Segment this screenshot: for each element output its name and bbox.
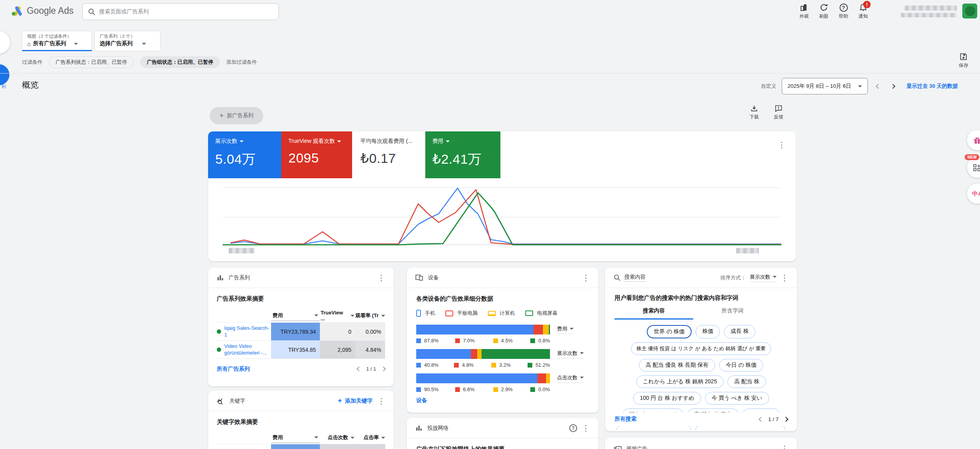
page-prev-button[interactable]: [759, 417, 764, 422]
date-next-button[interactable]: [890, 84, 895, 89]
search-term-chip[interactable]: 今 買う べき 株 安い: [705, 392, 769, 405]
date-prev-button[interactable]: [876, 84, 881, 89]
video-ads-card-menu-button[interactable]: ⋮: [781, 445, 788, 449]
performance-line-chart[interactable]: [223, 182, 781, 261]
page-next-button[interactable]: [381, 366, 386, 371]
search-term-chip[interactable]: 世界 の 株価: [647, 325, 692, 338]
campaign-link[interactable]: Iqaig Sales-Search-1: [224, 325, 271, 338]
download-button[interactable]: 下载: [749, 105, 759, 120]
legend-swatch: [455, 338, 460, 343]
column-header-cost[interactable]: 费用: [271, 312, 320, 321]
pct-tablet: 6.6%: [455, 386, 493, 392]
column-header-view-rate[interactable]: 观看率 (Tru...: [355, 312, 385, 321]
help-button[interactable]: ? 帮助: [839, 4, 848, 20]
search-term-chip[interactable]: 高 配当 優良 株 長期 保有: [639, 359, 715, 371]
promo-gift-button[interactable]: [967, 130, 980, 150]
notifications-button[interactable]: ! 通知: [858, 3, 868, 20]
search-term-chip[interactable]: 100 円 台 株 おすすめ: [633, 392, 701, 405]
column-header-clicks[interactable]: 点击次数: [320, 434, 355, 443]
help-icon[interactable]: ?: [569, 424, 577, 432]
appearance-button[interactable]: 外观: [799, 3, 809, 20]
search-term-chip[interactable]: 高 配当 株: [727, 375, 766, 388]
chart-card-menu-button[interactable]: ⋮: [778, 141, 786, 149]
legend-item-tv: 电视屏幕: [525, 310, 557, 317]
scorecard-trueview-views[interactable]: TrueView 观看次数 2095: [281, 131, 352, 178]
stacked-bar-impressions: [416, 349, 550, 359]
apps-new-feature-button[interactable]: [967, 157, 980, 178]
tab-contained-words[interactable]: 所含字词: [693, 307, 772, 320]
pct-tablet: 4.8%: [454, 362, 491, 368]
cost-cell: TRY14,428.73: [271, 444, 320, 449]
scorecard-impressions-label: 展示次数: [215, 138, 237, 145]
search-icon: [614, 274, 620, 281]
add-filter-button[interactable]: 添加过滤条件: [226, 59, 257, 66]
bar-segment-mobile: [416, 349, 471, 359]
nav-expand-button[interactable]: [0, 31, 10, 54]
bar-metric-dropdown[interactable]: 点击次数: [557, 374, 584, 383]
help-icon: ?: [840, 4, 848, 12]
refresh-button[interactable]: 刷新: [819, 3, 829, 20]
all-campaigns-link[interactable]: 所有广告系列: [217, 366, 250, 373]
view-selector[interactable]: 视图（2 个过滤条件） ⌂ 所有广告系列: [22, 31, 92, 51]
bar-segment-tablet: [533, 325, 543, 334]
devices-footer-link[interactable]: 设备: [416, 397, 589, 404]
scorecard-cost[interactable]: 费用 ₺2.41万: [425, 131, 500, 178]
refresh-icon: [819, 3, 828, 12]
search-term-chip[interactable]: 成長 株: [724, 325, 755, 338]
search-term-chip[interactable]: 今日 の 株価: [719, 359, 763, 371]
device-bar-group-clicks: 点击次数 90.5% 6.6% 2.9% 0.0%: [416, 373, 589, 392]
save-icon: [959, 52, 968, 61]
campaigns-card-menu-button[interactable]: ⋮: [377, 274, 385, 282]
networks-card-menu-button[interactable]: ⋮: [582, 424, 590, 432]
nav-active-item-circle[interactable]: [0, 64, 9, 85]
campaigns-card-footer: 所有广告系列 1 / 1: [217, 358, 385, 379]
bar-segment-mobile: [416, 325, 533, 334]
avatar[interactable]: [962, 4, 977, 18]
keywords-card: 关键字 + 添加关键字 ⋮ 关键字效果摘要 费用 点击次数 点击率 株式投資: [208, 391, 394, 449]
campaign-selector[interactable]: 广告系列（2 个） 选择广告系列: [94, 31, 161, 51]
scorecard-impressions[interactable]: 展示次数 5.04万: [208, 131, 281, 178]
tablet-icon: [445, 310, 453, 316]
column-header-cost[interactable]: 费用: [271, 434, 320, 443]
campaign-link[interactable]: Video Video görüntülemeleri -...: [224, 343, 271, 356]
new-campaign-button[interactable]: + 新广告系列: [210, 107, 263, 124]
feedback-button[interactable]: 反馈: [774, 105, 783, 120]
view-selector-label: 视图（2 个过滤条件）: [27, 33, 87, 39]
search-terms-card-subtitle: 用户看到您广告的搜索中的热门搜索内容和字词: [615, 294, 788, 302]
sort-by-dropdown[interactable]: 展示次数: [750, 273, 777, 282]
video-ad-icon: [614, 446, 622, 449]
search-term-chip[interactable]: 株主 優待 投資 は リスク が ある ため 銘柄 選び が 重要: [631, 342, 771, 355]
filter-chip-campaign-status[interactable]: 广告系列状态：已启用、已暂停: [49, 56, 134, 68]
table-row: 株式投資 TRY14,428.73 451 13.05%: [217, 444, 385, 449]
google-ads-logo[interactable]: Google Ads: [12, 6, 74, 16]
bar-metric-dropdown[interactable]: 展示次数: [557, 350, 584, 358]
keywords-card-menu-button[interactable]: ⋮: [377, 397, 385, 405]
feedback-icon: [775, 105, 783, 113]
page-prev-button[interactable]: [356, 366, 362, 371]
add-keywords-link[interactable]: + 添加关键字: [338, 397, 373, 405]
pct-computer: 2.9%: [493, 386, 531, 392]
bar-metric-dropdown[interactable]: 费用: [557, 325, 574, 334]
account-name-redacted: [905, 6, 957, 11]
column-header-ctr[interactable]: 点击率: [355, 434, 385, 443]
date-range-picker[interactable]: 2025年 9月 8日 – 10月 6日: [782, 78, 868, 94]
devices-card-menu-button[interactable]: ⋮: [582, 274, 590, 282]
keywords-icon: [217, 397, 225, 405]
tab-search-terms[interactable]: 搜索内容: [615, 307, 693, 320]
translate-button[interactable]: 中A: [967, 183, 980, 204]
cost-cell: TRY23,789.34: [271, 323, 320, 340]
filter-chip-adgroup-status[interactable]: 广告组状态：已启用、已暂停: [140, 56, 220, 68]
save-button[interactable]: 保存: [959, 52, 968, 69]
show-last-30-days-link[interactable]: 显示过去 30 天的数据: [906, 83, 958, 90]
scorecard-avg-cpv[interactable]: 平均每次观看费用 (... ₺0.17: [353, 131, 425, 178]
search-term-chip[interactable]: これから 上がる 株 銘柄 2025: [636, 375, 724, 388]
all-searches-link[interactable]: 所有搜索: [615, 416, 637, 423]
google-ads-logo-icon: [12, 6, 22, 16]
global-search[interactable]: 搜索页面或广告系列: [82, 3, 279, 20]
page-next-button[interactable]: [783, 417, 788, 422]
column-header-trueview[interactable]: TrueView ...: [320, 310, 355, 323]
new-campaign-label: 新广告系列: [227, 112, 254, 119]
caret-down-icon: [314, 436, 318, 438]
search-terms-card-menu-button[interactable]: ⋮: [781, 274, 788, 282]
search-term-chip[interactable]: 株価: [696, 325, 720, 338]
